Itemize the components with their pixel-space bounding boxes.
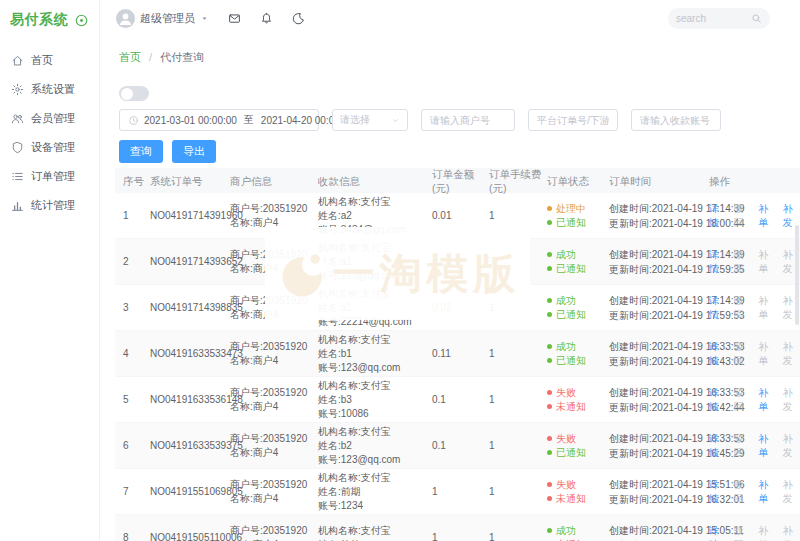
- row-actions: 详情驳回补单补发: [709, 294, 800, 322]
- action-resend-link[interactable]: 补发: [783, 478, 800, 506]
- row-index: 3: [123, 302, 150, 313]
- sidebar-collapse-icon[interactable]: [74, 13, 89, 28]
- payee-account: 账号:123@qq.com: [318, 269, 432, 283]
- column-header: 商户信息: [230, 175, 318, 189]
- moon-icon[interactable]: [292, 12, 305, 25]
- breadcrumb-home-link[interactable]: 首页: [119, 51, 141, 63]
- search-icon[interactable]: [751, 13, 762, 24]
- table-row: 3 NO04191714398835 商户号:20351920 名称:商户4 机…: [115, 285, 800, 331]
- status-label: 成功: [556, 294, 576, 308]
- sidebar-item-label: 系统设置: [31, 82, 75, 97]
- action-patch-order-link[interactable]: 补单: [758, 202, 776, 230]
- action-patch-order-link[interactable]: 补单: [758, 340, 776, 368]
- action-detail-link[interactable]: 详情: [709, 432, 727, 460]
- action-reject-link[interactable]: 驳回: [734, 432, 752, 460]
- table-row: 7 NO04191551069805 商户号:20351920 名称:商户4 机…: [115, 469, 800, 515]
- action-resend-link[interactable]: 补发: [783, 432, 800, 460]
- account-no-input[interactable]: [631, 109, 721, 131]
- action-patch-order-link[interactable]: 补单: [758, 478, 776, 506]
- updated-time: 更新时间:2021-04-19 18:00:44: [609, 216, 709, 231]
- caret-down-icon: [200, 14, 209, 23]
- action-detail-link[interactable]: 详情: [709, 478, 727, 506]
- order-no-input[interactable]: [528, 109, 618, 131]
- sidebar-item-label: 首页: [31, 53, 53, 68]
- sidebar-item[interactable]: 首页: [0, 46, 99, 75]
- button-row: 查询 导出: [119, 140, 800, 163]
- filter-toggle[interactable]: [119, 86, 149, 101]
- sidebar-item[interactable]: 订单管理: [0, 162, 99, 191]
- row-index: 6: [123, 440, 150, 451]
- created-time: 创建时间:2021-04-19 15:05:11: [609, 523, 709, 538]
- notify-dot: [547, 450, 552, 455]
- action-resend-link[interactable]: 补发: [783, 524, 800, 541]
- action-resend-link[interactable]: 补发: [783, 386, 800, 414]
- action-detail-link[interactable]: 详情: [709, 202, 727, 230]
- notify-label: 已通知: [556, 446, 586, 460]
- column-header: 收款信息: [318, 175, 432, 189]
- search-button[interactable]: 查询: [119, 140, 163, 163]
- scrollbar-thumb[interactable]: [795, 225, 799, 325]
- sidebar-item[interactable]: 会员管理: [0, 104, 99, 133]
- action-reject-link[interactable]: 驳回: [734, 386, 752, 414]
- action-patch-order-link[interactable]: 补单: [758, 248, 776, 276]
- table-row: 5 NO04191633536148 商户号:20351920 名称:商户4 机…: [115, 377, 800, 423]
- user-menu[interactable]: 超级管理员: [116, 9, 209, 28]
- table-row: 1 NO04191714391960 商户号:20351920 名称:商户4 机…: [115, 193, 800, 239]
- home-icon: [11, 54, 24, 67]
- created-time: 创建时间:2021-04-19 17:14:39: [609, 247, 709, 262]
- order-amount: 0.11: [432, 348, 489, 359]
- action-detail-link[interactable]: 详情: [709, 248, 727, 276]
- system-order-no: NO04191505110006: [150, 532, 230, 541]
- action-patch-order-link[interactable]: 补单: [758, 386, 776, 414]
- order-fee: 1: [489, 210, 547, 221]
- order-amount: 0.1: [432, 440, 489, 451]
- merchant-no-input[interactable]: [421, 109, 515, 131]
- system-order-no: NO04191714391960: [150, 210, 230, 221]
- merchant-name: 名称:商户4: [230, 308, 318, 322]
- export-button[interactable]: 导出: [172, 140, 216, 163]
- action-detail-link[interactable]: 详情: [709, 294, 727, 322]
- created-time: 创建时间:2021-04-19 15:51:06: [609, 477, 709, 492]
- sidebar-item[interactable]: 统计管理: [0, 191, 99, 220]
- users-icon: [11, 112, 24, 125]
- action-reject-link[interactable]: 驳回: [734, 248, 752, 276]
- action-reject-link[interactable]: 驳回: [734, 340, 752, 368]
- notify-dot: [547, 312, 552, 317]
- date-range-picker[interactable]: 2021-03-01 00:00:00 至 2021-04-20 00:00:0…: [119, 109, 319, 131]
- status-dot: [547, 390, 552, 395]
- sidebar-item[interactable]: 系统设置: [0, 75, 99, 104]
- action-reject-link[interactable]: 驳回: [734, 202, 752, 230]
- updated-time: 更新时间:2021-04-19 17:59:53: [609, 308, 709, 323]
- row-actions: 详情驳回补单补发: [709, 432, 800, 460]
- table-row: 4 NO04191633533473 商户号:20351920 名称:商户4 机…: [115, 331, 800, 377]
- status-label: 失败: [556, 386, 576, 400]
- status-select[interactable]: 请选择: [332, 109, 408, 131]
- action-resend-link[interactable]: 补发: [783, 340, 800, 368]
- sidebar-item[interactable]: 设备管理: [0, 133, 99, 162]
- action-detail-link[interactable]: 详情: [709, 340, 727, 368]
- payee-name: 姓名:a1: [318, 301, 432, 315]
- action-reject-link[interactable]: 驳回: [734, 478, 752, 506]
- search-input[interactable]: [676, 13, 748, 24]
- payee-name: 姓名:拉拉: [318, 538, 432, 541]
- system-order-no: NO04191633539375: [150, 440, 230, 451]
- status-dot: [547, 436, 552, 441]
- updated-time: 更新时间:2021-04-19 16:43:02: [609, 354, 709, 369]
- notify-dot: [547, 220, 552, 225]
- action-reject-link[interactable]: 驳回: [734, 294, 752, 322]
- action-patch-order-link[interactable]: 补单: [758, 294, 776, 322]
- action-detail-link[interactable]: 详情: [709, 524, 727, 541]
- action-reject-link[interactable]: 驳回: [734, 524, 752, 541]
- action-detail-link[interactable]: 详情: [709, 386, 727, 414]
- status-dot: [547, 206, 552, 211]
- notify-dot: [547, 358, 552, 363]
- filter-section: [119, 86, 800, 101]
- payee-org: 机构名称:支付宝: [318, 524, 432, 538]
- bell-icon[interactable]: [260, 12, 273, 25]
- payee-name: 姓名:前期: [318, 485, 432, 499]
- action-patch-order-link[interactable]: 补单: [758, 524, 776, 541]
- payee-org: 机构名称:支付宝: [318, 333, 432, 347]
- merchant-name: 名称:商户4: [230, 446, 318, 460]
- mail-icon[interactable]: [228, 12, 241, 25]
- action-patch-order-link[interactable]: 补单: [758, 432, 776, 460]
